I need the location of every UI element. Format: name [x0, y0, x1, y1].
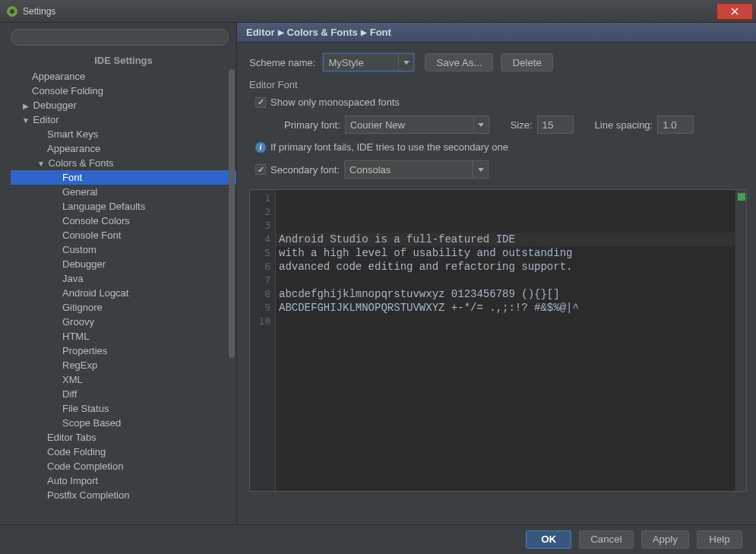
search-input[interactable] [11, 29, 229, 46]
gutter: 12345678910 [250, 190, 276, 491]
tree-item[interactable]: Code Completion [11, 459, 236, 473]
code-area[interactable]: Android Studio is a full-featured IDEwit… [276, 190, 735, 491]
scrollbar-thumb[interactable] [229, 69, 235, 358]
info-icon: i [255, 142, 266, 153]
window-title: Settings [23, 6, 716, 17]
save-as-button[interactable]: Save As... [425, 53, 493, 71]
sidebar: IDE Settings AppearanceConsole Folding▶ … [0, 23, 237, 524]
chevron-down-icon [473, 161, 488, 178]
editor-font-section-title: Editor Font [249, 79, 744, 90]
show-monospaced-checkbox[interactable] [255, 97, 266, 108]
tree-item[interactable]: Properties [11, 343, 236, 358]
tree-item[interactable]: Scope Based [11, 416, 236, 430]
close-button[interactable] [716, 3, 753, 20]
primary-font-combo[interactable]: Courier New [345, 116, 489, 134]
secondary-font-combo[interactable]: Consolas [344, 160, 489, 179]
info-text: If primary font fails, IDE tries to use … [270, 141, 508, 153]
primary-font-value: Courier New [350, 119, 405, 131]
tree-item[interactable]: Console Font [11, 228, 236, 242]
tree-item[interactable]: Appearance [11, 69, 236, 84]
tree-item[interactable]: RegExp [11, 358, 236, 372]
line-spacing-label: Line spacing: [595, 119, 653, 131]
tree-item[interactable]: Android Logcat [11, 286, 236, 300]
svg-point-1 [10, 9, 14, 14]
footer: OK Cancel Apply Help [0, 524, 756, 553]
help-button[interactable]: Help [697, 530, 742, 549]
tree-item[interactable]: General [11, 185, 236, 199]
chevron-down-icon [473, 116, 489, 133]
size-label: Size: [511, 119, 533, 131]
main-panel: Editor ▶ Colors & Fonts ▶ Font Scheme na… [237, 23, 756, 524]
ok-button[interactable]: OK [526, 530, 571, 549]
right-gutter [735, 190, 746, 491]
primary-font-label: Primary font: [284, 119, 340, 131]
tree-item[interactable]: Console Colors [11, 214, 236, 228]
tree-item[interactable]: File Status [11, 401, 236, 416]
secondary-font-label: Secondary font: [270, 164, 340, 176]
tree-item[interactable]: Java [11, 271, 236, 286]
size-input[interactable] [537, 116, 574, 134]
tree-item[interactable]: HTML [11, 329, 236, 343]
tree-item[interactable]: ▶ Debugger [11, 98, 236, 112]
chevron-down-icon [398, 54, 413, 71]
breadcrumb-part: Font [370, 27, 391, 38]
scheme-name-value: MyStyle [328, 57, 363, 68]
show-monospaced-label: Show only monospaced fonts [270, 97, 400, 108]
tree-item[interactable]: Diff [11, 387, 236, 401]
breadcrumb-part: Colors & Fonts [287, 27, 358, 38]
chevron-right-icon: ▶ [278, 28, 284, 36]
tree-item[interactable]: Gitignore [11, 300, 236, 315]
tree-item[interactable]: Language Defaults [11, 199, 236, 214]
tree-item[interactable]: ▼ Colors & Fonts [11, 156, 236, 170]
tree-item[interactable]: Debugger [11, 257, 236, 271]
app-icon [6, 5, 18, 17]
editor-preview: 12345678910 Android Studio is a full-fea… [249, 189, 747, 492]
tree-item[interactable]: Smart Keys [11, 127, 236, 141]
tree-item[interactable]: Code Folding [11, 445, 236, 459]
tree-item[interactable]: Auto Import [11, 473, 236, 488]
tree-item[interactable]: ▼ Editor [11, 112, 236, 127]
titlebar: Settings [0, 0, 756, 23]
apply-button[interactable]: Apply [641, 530, 689, 549]
sidebar-header: IDE Settings [11, 50, 236, 69]
tree-item[interactable]: XML [11, 372, 236, 387]
delete-button[interactable]: Delete [501, 53, 553, 71]
tree-item[interactable]: Font [11, 170, 236, 185]
cancel-button[interactable]: Cancel [579, 530, 634, 549]
tree-item[interactable]: Postfix Completion [11, 488, 236, 502]
scheme-name-combo[interactable]: MyStyle [323, 53, 414, 71]
chevron-right-icon: ▶ [361, 28, 367, 36]
secondary-font-checkbox[interactable] [255, 164, 266, 175]
tree-item[interactable]: Custom [11, 242, 236, 257]
tree-item[interactable]: Editor Tabs [11, 430, 236, 445]
close-icon [731, 8, 739, 15]
settings-tree[interactable]: AppearanceConsole Folding▶ Debugger▼ Edi… [11, 69, 236, 524]
secondary-font-value: Consolas [350, 164, 391, 176]
line-spacing-input[interactable] [657, 116, 694, 134]
scheme-name-label: Scheme name: [249, 57, 315, 68]
breadcrumb-part: Editor [246, 27, 275, 38]
tree-item[interactable]: Groovy [11, 315, 236, 329]
status-marker [738, 193, 745, 201]
tree-item[interactable]: Appearance [11, 141, 236, 156]
breadcrumb: Editor ▶ Colors & Fonts ▶ Font [237, 23, 756, 43]
tree-item[interactable]: Console Folding [11, 84, 236, 98]
